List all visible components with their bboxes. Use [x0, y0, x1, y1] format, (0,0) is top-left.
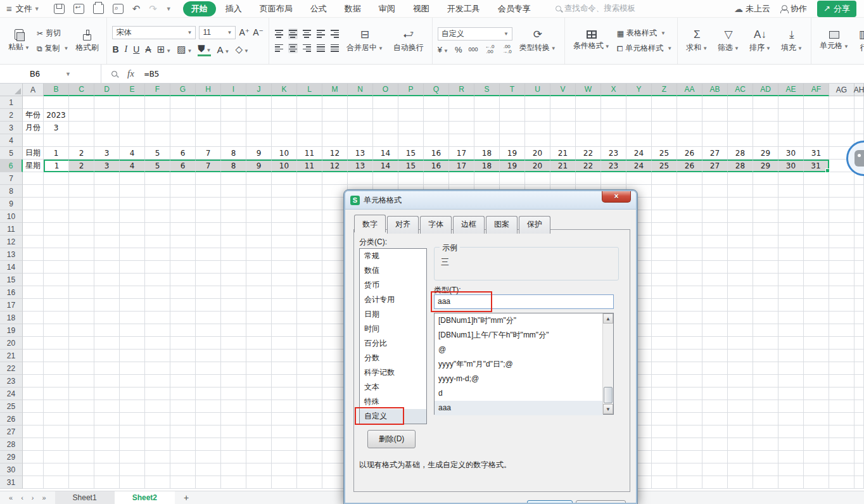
cell-AH8[interactable] [854, 185, 864, 198]
cell-C27[interactable] [69, 425, 94, 438]
cell-L16[interactable] [297, 286, 322, 299]
cell-F21[interactable] [145, 350, 170, 362]
cell-A25[interactable] [23, 400, 44, 413]
fill-button[interactable]: ⤓ 填充▼ [778, 28, 806, 54]
cell-N5[interactable]: 13 [348, 147, 373, 160]
cell-G12[interactable] [170, 236, 196, 248]
cell-AG14[interactable] [829, 261, 854, 274]
column-header-AG[interactable]: AG [829, 84, 854, 96]
cell-AH11[interactable] [854, 223, 864, 236]
cell-B15[interactable] [44, 274, 69, 286]
cell-B19[interactable] [44, 324, 69, 337]
cell-B5[interactable]: 1 [44, 147, 69, 160]
cell-AF3[interactable] [804, 122, 829, 134]
cell-AG25[interactable] [829, 400, 854, 413]
cell-S7[interactable] [474, 172, 500, 185]
cloud-status[interactable]: ☁ 未上云 [734, 3, 770, 15]
select-all-corner[interactable] [0, 84, 23, 96]
cell-C7[interactable] [69, 172, 94, 185]
cell-AD22[interactable] [753, 362, 778, 375]
cell-AB23[interactable] [702, 375, 728, 387]
cell-A26[interactable] [23, 413, 44, 425]
cell-AD12[interactable] [753, 236, 778, 248]
cell-A29[interactable] [23, 451, 44, 463]
cell-Z10[interactable] [652, 210, 677, 223]
cell-I13[interactable] [221, 248, 246, 261]
cell-D8[interactable] [94, 185, 120, 198]
column-header-B[interactable]: B [44, 84, 69, 96]
cell-A10[interactable] [23, 210, 44, 223]
cell-L29[interactable] [297, 451, 322, 463]
cell-E22[interactable] [120, 362, 145, 375]
cell-Y7[interactable] [626, 172, 652, 185]
cell-C24[interactable] [69, 387, 94, 400]
cell-AD3[interactable] [753, 122, 778, 134]
cell-C6[interactable]: 2 [69, 160, 94, 172]
cell-AC16[interactable] [728, 286, 753, 299]
cell-AG23[interactable] [829, 375, 854, 387]
justify-icon[interactable] [316, 43, 326, 53]
cell-AF26[interactable] [804, 413, 829, 425]
cell-AB25[interactable] [702, 400, 728, 413]
cell-AF18[interactable] [804, 312, 829, 324]
cell-AB13[interactable] [702, 248, 728, 261]
cell-P5[interactable]: 15 [398, 147, 424, 160]
cell-E17[interactable] [120, 299, 145, 312]
cell-C13[interactable] [69, 248, 94, 261]
cell-AC29[interactable] [728, 451, 753, 463]
cell-D20[interactable] [94, 337, 120, 350]
cell-A24[interactable] [23, 387, 44, 400]
category-item-8[interactable]: 科学记数 [360, 365, 426, 380]
cell-J5[interactable]: 9 [246, 147, 272, 160]
cell-AB12[interactable] [702, 236, 728, 248]
conditional-format-button[interactable]: 条件格式▼ [570, 29, 613, 53]
cell-I20[interactable] [221, 337, 246, 350]
cell-AE31[interactable] [778, 476, 804, 489]
cell-T7[interactable] [500, 172, 525, 185]
cell-P4[interactable] [398, 134, 424, 147]
cell-Z6[interactable]: 25 [652, 160, 677, 172]
menu-tab-3[interactable]: 公式 [302, 1, 335, 16]
cell-AF8[interactable] [804, 185, 829, 198]
cell-AA14[interactable] [677, 261, 702, 274]
cell-AB19[interactable] [702, 324, 728, 337]
cell-G1[interactable] [170, 96, 196, 109]
type-option-6[interactable]: aaa [435, 401, 603, 415]
row-header-9[interactable]: 9 [0, 198, 23, 210]
cell-R3[interactable] [449, 122, 474, 134]
type-option-4[interactable]: yyyy-m-d;@ [435, 372, 603, 386]
cell-AE20[interactable] [778, 337, 804, 350]
add-sheet-button[interactable]: + [175, 493, 198, 503]
row-header-18[interactable]: 18 [0, 312, 23, 324]
cell-A1[interactable] [23, 96, 44, 109]
cell-X5[interactable]: 23 [601, 147, 626, 160]
cell-I26[interactable] [221, 413, 246, 425]
row-header-26[interactable]: 26 [0, 413, 23, 425]
row-header-6[interactable]: 6 [0, 160, 23, 172]
cell-H14[interactable] [196, 261, 221, 274]
cell-D16[interactable] [94, 286, 120, 299]
cell-J13[interactable] [246, 248, 272, 261]
cell-E12[interactable] [120, 236, 145, 248]
cell-K3[interactable] [272, 122, 297, 134]
wrap-text-button[interactable]: ⮐ 自动换行 [390, 28, 427, 54]
cell-I6[interactable]: 8 [221, 160, 246, 172]
cell-style-button[interactable]: ⧠单元格样式▼ [617, 43, 673, 54]
cell-L19[interactable] [297, 324, 322, 337]
cell-AE21[interactable] [778, 350, 804, 362]
cell-AF29[interactable] [804, 451, 829, 463]
cell-H18[interactable] [196, 312, 221, 324]
cell-AF7[interactable] [804, 172, 829, 185]
cell-K19[interactable] [272, 324, 297, 337]
row-header-20[interactable]: 20 [0, 337, 23, 350]
cell-L2[interactable] [297, 109, 322, 122]
cell-AC26[interactable] [728, 413, 753, 425]
column-header-X[interactable]: X [601, 84, 626, 96]
cell-V3[interactable] [550, 122, 576, 134]
menu-tab-0[interactable]: 开始 [183, 1, 216, 16]
cell-AA9[interactable] [677, 198, 702, 210]
cell-I27[interactable] [221, 425, 246, 438]
cell-AE19[interactable] [778, 324, 804, 337]
cell-F24[interactable] [145, 387, 170, 400]
cell-I2[interactable] [221, 109, 246, 122]
